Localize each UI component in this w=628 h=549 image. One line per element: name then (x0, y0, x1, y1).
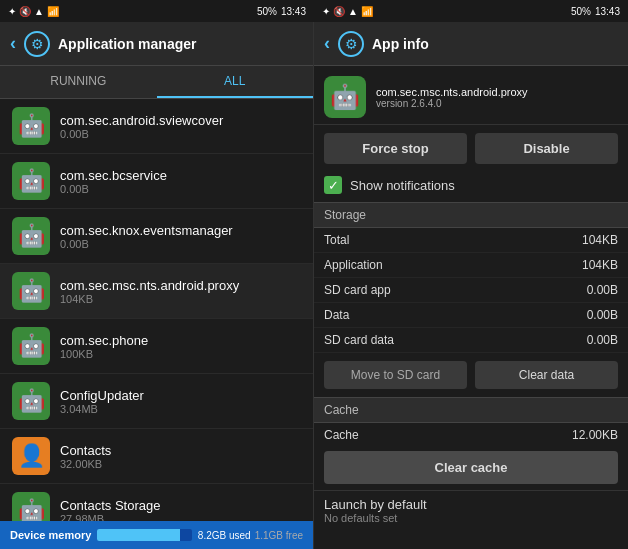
battery-right: 50% (571, 6, 591, 17)
launch-by-default-section: Launch by default No defaults set (314, 490, 628, 530)
app-info-bcservice: com.sec.bcservice 0.00B (60, 168, 301, 195)
signal-icon: 📶 (47, 6, 59, 17)
right-panel-title: App info (372, 36, 429, 52)
storage-section-label: Storage (324, 208, 366, 222)
android-robot-icon: 🤖 (18, 223, 45, 249)
right-panel: ‹ ⚙ App info 🤖 com.sec.msc.nts.android.p… (314, 22, 628, 549)
list-item[interactable]: 🤖 ConfigUpdater 3.04MB (0, 374, 313, 429)
launch-by-default-title: Launch by default (324, 497, 618, 512)
cache-value: 12.00KB (572, 428, 618, 442)
status-icons-left: ✦ 🔇 ▲ 📶 (8, 6, 59, 17)
cache-label: Cache (324, 428, 359, 442)
person-icon: 👤 (18, 443, 45, 469)
android-robot-icon: 🤖 (18, 333, 45, 359)
app-package-info: com.sec.msc.nts.android.proxy version 2.… (376, 86, 528, 109)
storage-data-label: Data (324, 308, 349, 322)
list-item[interactable]: 🤖 com.sec.knox.eventsmanager 0.00B (0, 209, 313, 264)
package-name: com.sec.msc.nts.android.proxy (376, 86, 528, 98)
app-name: com.sec.knox.eventsmanager (60, 223, 301, 238)
move-to-sd-button[interactable]: Move to SD card (324, 361, 467, 389)
storage-sd-data-label: SD card data (324, 333, 394, 347)
proxy-app-icon: 🤖 (324, 76, 366, 118)
disable-button[interactable]: Disable (475, 133, 618, 164)
wifi-icon-r: ▲ (348, 6, 358, 17)
settings-icon-left: ⚙ (24, 31, 50, 57)
list-item[interactable]: 🤖 com.sec.android.sviewcover 0.00B (0, 99, 313, 154)
storage-app-value: 104KB (582, 258, 618, 272)
app-manager-tabs: RUNNING ALL (0, 66, 313, 99)
clear-data-button[interactable]: Clear data (475, 361, 618, 389)
cache-row: Cache 12.00KB (314, 423, 628, 447)
app-icon-bcservice: 🤖 (12, 162, 50, 200)
storage-app-label: Application (324, 258, 383, 272)
left-panel-title: Application manager (58, 36, 196, 52)
app-info-proxy: com.sec.msc.nts.android.proxy 104KB (60, 278, 301, 305)
app-icon-configupdater: 🤖 (12, 382, 50, 420)
list-item[interactable]: 🤖 com.sec.phone 100KB (0, 319, 313, 374)
app-info-phone: com.sec.phone 100KB (60, 333, 301, 360)
app-icon-sviewcover: 🤖 (12, 107, 50, 145)
android-robot-icon: 🤖 (18, 168, 45, 194)
wifi-icon: ▲ (34, 6, 44, 17)
tab-running[interactable]: RUNNING (0, 66, 157, 98)
signal-icon-r: 📶 (361, 6, 373, 17)
app-info-contacts: Contacts 32.00KB (60, 443, 301, 470)
checkbox-notifications[interactable]: ✓ (324, 176, 342, 194)
storage-used: 8.2GB used (198, 530, 251, 541)
list-item[interactable]: 🤖 com.sec.bcservice 0.00B (0, 154, 313, 209)
list-item[interactable]: 🤖 com.sec.msc.nts.android.proxy 104KB (0, 264, 313, 319)
app-info-contacts-storage: Contacts Storage 27.98MB (60, 498, 301, 522)
version-text: version 2.6.4.0 (376, 98, 528, 109)
gear-icon-r: ⚙ (345, 36, 358, 52)
left-panel-header: ‹ ⚙ Application manager (0, 22, 313, 66)
status-info-left: 50% 13:43 (257, 6, 306, 17)
right-panel-header: ‹ ⚙ App info (314, 22, 628, 66)
app-icon-knox: 🤖 (12, 217, 50, 255)
tab-all[interactable]: ALL (157, 66, 314, 98)
android-robot-icon: 🤖 (18, 388, 45, 414)
back-button-left[interactable]: ‹ (10, 33, 16, 54)
clear-cache-button[interactable]: Clear cache (324, 451, 618, 484)
app-size: 100KB (60, 348, 301, 360)
app-name: ConfigUpdater (60, 388, 301, 403)
bluetooth-icon: ✦ (8, 6, 16, 17)
app-name: Contacts Storage (60, 498, 301, 513)
app-name: com.sec.bcservice (60, 168, 301, 183)
back-button-right[interactable]: ‹ (324, 33, 330, 54)
app-size: 0.00B (60, 238, 301, 250)
mute-icon-r: 🔇 (333, 6, 345, 17)
list-item[interactable]: 👤 Contacts 32.00KB (0, 429, 313, 484)
app-icon-contacts-storage: 🤖 (12, 492, 50, 521)
force-stop-button[interactable]: Force stop (324, 133, 467, 164)
storage-sd-data-row: SD card data 0.00B (314, 328, 628, 353)
app-size: 0.00B (60, 128, 301, 140)
storage-data-row: Data 0.00B (314, 303, 628, 328)
cache-section-header: Cache (314, 397, 628, 423)
storage-free: 1.1GB free (255, 530, 303, 541)
storage-bottom-bar: Device memory 8.2GB used 1.1GB free (0, 521, 313, 549)
app-name: com.sec.android.sviewcover (60, 113, 301, 128)
app-size: 3.04MB (60, 403, 301, 415)
app-size: 0.00B (60, 183, 301, 195)
android-robot-icon: 🤖 (18, 113, 45, 139)
settings-icon-right: ⚙ (338, 31, 364, 57)
storage-action-buttons: Move to SD card Clear data (314, 353, 628, 397)
show-notifications-row: ✓ Show notifications (314, 172, 628, 202)
app-size: 104KB (60, 293, 301, 305)
app-size: 32.00KB (60, 458, 301, 470)
app-name: com.sec.phone (60, 333, 301, 348)
app-info-knox: com.sec.knox.eventsmanager 0.00B (60, 223, 301, 250)
cache-section-label: Cache (324, 403, 359, 417)
no-defaults-set-text: No defaults set (324, 512, 618, 524)
status-bar-left: ✦ 🔇 ▲ 📶 50% 13:43 (0, 0, 314, 22)
list-item[interactable]: 🤖 Contacts Storage 27.98MB (0, 484, 313, 521)
app-icon-contacts: 👤 (12, 437, 50, 475)
left-panel: ‹ ⚙ Application manager RUNNING ALL 🤖 co… (0, 22, 314, 549)
app-size: 27.98MB (60, 513, 301, 522)
app-name: Contacts (60, 443, 301, 458)
status-info-right: 50% 13:43 (571, 6, 620, 17)
gear-icon: ⚙ (31, 36, 44, 52)
storage-sd-data-value: 0.00B (587, 333, 618, 347)
storage-progress-fill (97, 529, 180, 541)
storage-app-row: Application 104KB (314, 253, 628, 278)
